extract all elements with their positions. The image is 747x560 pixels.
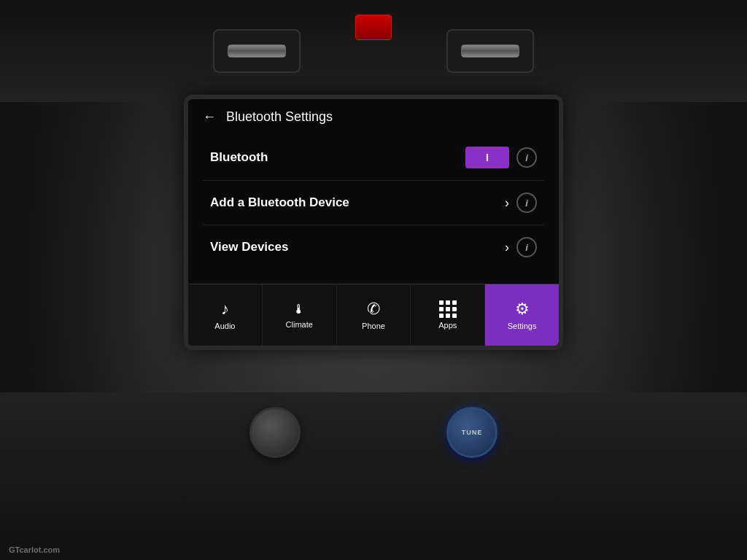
tune-knob[interactable]: TUNE — [446, 407, 498, 458]
vent-right — [446, 29, 534, 73]
nav-settings[interactable]: ⚙ Settings — [485, 284, 559, 346]
view-devices-menu-item[interactable]: View Devices › i — [203, 225, 544, 269]
add-device-menu-item[interactable]: Add a Bluetooth Device › i — [203, 181, 544, 225]
bluetooth-label: Bluetooth — [210, 150, 268, 165]
toggle-on-label: I — [486, 152, 489, 163]
screen-container: ← Bluetooth Settings Bluetooth I i — [184, 95, 563, 350]
bluetooth-toggle[interactable]: I — [465, 147, 509, 168]
add-device-chevron: › — [505, 195, 509, 211]
screen-bezel: ← Bluetooth Settings Bluetooth I i — [184, 95, 563, 350]
top-vent-area — [0, 0, 747, 102]
vent-handle-right — [461, 44, 519, 58]
view-devices-label: View Devices — [210, 240, 288, 254]
back-button[interactable]: ← — [203, 109, 216, 125]
bottom-nav: ♪ Audio 🌡 Climate ✆ Phone — [188, 284, 559, 346]
view-devices-controls: › i — [505, 237, 537, 257]
settings-label: Settings — [508, 322, 537, 330]
audio-icon: ♪ — [221, 300, 229, 319]
nav-phone[interactable]: ✆ Phone — [337, 284, 411, 346]
bluetooth-menu-item[interactable]: Bluetooth I i — [203, 135, 544, 181]
view-devices-chevron: › — [505, 240, 509, 255]
screen-content: ← Bluetooth Settings Bluetooth I i — [188, 99, 559, 346]
climate-label: Climate — [286, 320, 313, 329]
view-devices-info-btn[interactable]: i — [516, 237, 537, 257]
nav-apps[interactable]: Apps — [411, 284, 485, 346]
apps-label: Apps — [438, 321, 457, 330]
bluetooth-controls: I i — [465, 147, 537, 168]
nav-audio[interactable]: ♪ Audio — [188, 284, 263, 346]
bluetooth-info-btn[interactable]: i — [516, 147, 537, 168]
add-device-info-btn[interactable]: i — [516, 192, 537, 213]
add-device-controls: › i — [505, 192, 537, 213]
left-knob[interactable] — [249, 407, 301, 458]
screen-title: Bluetooth Settings — [226, 109, 333, 125]
bottom-panel: TUNE — [0, 392, 747, 560]
settings-icon: ⚙ — [515, 300, 530, 319]
hazard-button[interactable] — [355, 15, 392, 40]
screen-header: ← Bluetooth Settings — [188, 99, 559, 135]
climate-icon: 🌡 — [293, 302, 306, 317]
menu-list: Bluetooth I i Add a Bluetooth Device › — [188, 135, 559, 284]
add-device-label: Add a Bluetooth Device — [210, 195, 349, 210]
apps-icon — [439, 300, 457, 318]
car-dashboard: ← Bluetooth Settings Bluetooth I i — [0, 0, 747, 560]
audio-label: Audio — [214, 322, 235, 330]
phone-label: Phone — [362, 322, 385, 330]
tune-label: TUNE — [462, 429, 483, 436]
phone-icon: ✆ — [367, 300, 380, 319]
vent-left — [213, 29, 301, 73]
vent-handle-left — [228, 44, 286, 58]
nav-climate[interactable]: 🌡 Climate — [263, 284, 337, 346]
watermark: GTcarlot.com — [9, 545, 60, 554]
